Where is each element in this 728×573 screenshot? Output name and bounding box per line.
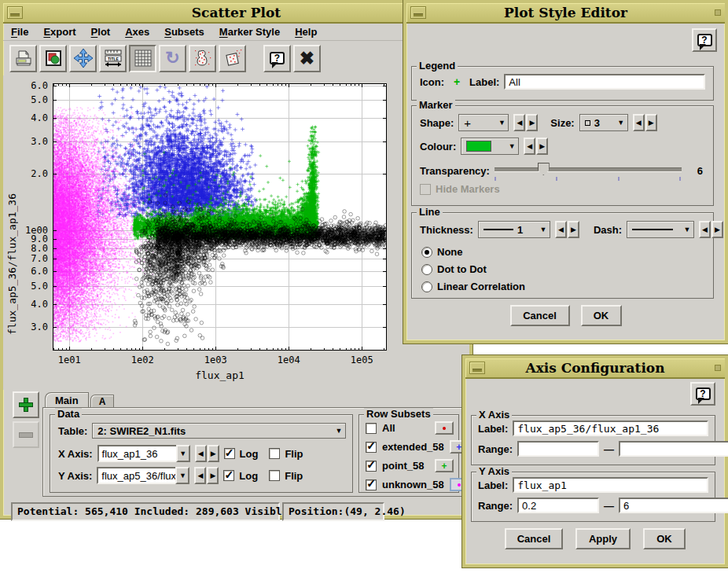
chevron-down-icon: ▼ [681,222,693,237]
shape-next-button[interactable]: ▶ [526,114,538,131]
grid-icon[interactable] [129,45,156,72]
region-subset-icon[interactable] [219,45,246,72]
hide-markers-checkbox[interactable] [420,184,431,195]
x-range-max-input[interactable] [619,441,728,457]
y-axis-column-combo[interactable]: flux_ap5_36/flux ▼ [97,467,189,484]
dash-next-button[interactable]: ▶ [711,221,723,238]
menu-marker-style[interactable]: Marker Style [219,26,280,38]
y-flip-checkbox[interactable] [269,470,280,481]
y-axis-column-value[interactable]: flux_ap5_36/flux [97,467,175,484]
range-dash: — [604,500,614,512]
x-range-min-input[interactable] [517,441,599,457]
subset-checkbox-unknown_58[interactable] [366,479,377,490]
dash-sample-icon [632,229,673,230]
subset-checkbox-extended_58[interactable] [366,442,377,453]
print-icon[interactable] [9,45,37,72]
shape-prev-button[interactable]: ◀ [513,114,525,131]
blob-subset-icon[interactable] [189,45,216,72]
x-flip-checkbox[interactable] [269,448,280,459]
scatter-plot-canvas[interactable] [53,83,387,351]
colour-prev-button[interactable]: ◀ [524,138,535,155]
tab-a[interactable]: A [90,395,115,407]
replot-icon[interactable]: ↻ [159,45,186,72]
style-editor-titlebar[interactable]: Plot Style Editor [406,3,725,24]
ok-button[interactable]: OK [643,528,686,549]
x-axis-field-label: X Axis: [58,448,93,460]
tab-main[interactable]: Main [45,392,89,407]
line-none-radio[interactable] [421,247,432,258]
size-prev-button[interactable]: ◀ [633,114,645,131]
shape-select[interactable]: + ▼ [458,114,509,131]
size-next-button[interactable]: ▶ [645,114,657,131]
y-log-checkbox[interactable] [223,470,234,481]
subset-style-button-all[interactable] [435,421,454,435]
thickness-select[interactable]: 1 ▼ [478,221,550,238]
y-axis-label-input[interactable] [513,477,708,493]
cancel-button[interactable]: Cancel [505,528,563,549]
chevron-down-icon[interactable]: ▼ [176,445,190,462]
minimize-button[interactable] [469,362,485,374]
x-tick-label: 1e03 [204,354,227,365]
help-button[interactable]: ? [692,28,717,52]
subset-checkbox-all[interactable] [366,423,377,434]
subset-style-button-point_58[interactable]: + [435,459,454,472]
data-group-title: Data [55,408,82,420]
marker-group: Marker Shape: + ▼ ◀ ▶ Size: 3 ▼ ◀ [411,105,714,206]
line-dot-to-dot-radio[interactable] [421,264,432,275]
thickness-next-button[interactable]: ▶ [568,221,579,238]
apply-button[interactable]: Apply [575,528,631,549]
x-axis-next-button[interactable]: ▶ [208,445,219,462]
close-icon[interactable]: ✖ [293,45,321,72]
add-style-tab-button[interactable] [13,391,39,418]
y-axis-next-button[interactable]: ▶ [207,467,219,484]
menu-help[interactable]: Help [295,26,317,38]
colour-select[interactable]: ▼ [461,138,519,155]
help-icon[interactable]: ? [263,45,291,72]
legend-group-title: Legend [417,60,458,72]
axis-title-icon[interactable]: TITLE [99,45,127,72]
subset-checkbox-point_58[interactable] [366,461,377,472]
menu-subsets[interactable]: Subsets [164,26,204,38]
y-axis-group: Y Axis Label: Range: — [471,472,715,522]
cancel-button[interactable]: Cancel [510,305,570,326]
line-linear-correlation-radio[interactable] [421,281,432,292]
x-axis-label-input[interactable] [513,421,708,436]
dash-prev-button[interactable]: ◀ [699,221,711,238]
y-range-max-input[interactable] [619,498,728,513]
minimize-button[interactable] [410,6,426,19]
menu-axes[interactable]: Axes [125,26,149,38]
chevron-down-icon: ▼ [615,115,627,130]
minus-icon [19,432,33,438]
table-select[interactable]: 2: SWIRE2_N1.fits ▼ [92,423,346,439]
y-axis-prev-button[interactable]: ◀ [194,467,206,484]
minimize-button[interactable] [7,6,23,19]
dash-select[interactable]: ▼ [627,221,694,238]
x-log-checkbox[interactable] [224,448,235,459]
legend-label-input[interactable] [504,74,705,90]
x-axis-column-combo[interactable]: flux_ap1_36 ▼ [97,445,190,462]
export-image-icon[interactable] [39,45,67,72]
ok-button[interactable]: OK [581,305,622,326]
colour-next-button[interactable]: ▶ [536,138,548,155]
x-axis-prev-button[interactable]: ◀ [195,445,207,462]
size-select[interactable]: 3 ▼ [579,114,628,131]
thickness-prev-button[interactable]: ◀ [555,221,567,238]
help-icon: ? [697,34,712,46]
transparency-slider[interactable] [495,161,682,180]
menu-file[interactable]: File [11,26,28,38]
help-button[interactable]: ? [690,382,715,406]
y-range-label: Range: [478,500,513,512]
x-label-label: Label: [478,423,508,435]
x-axis-column-value[interactable]: flux_ap1_36 [97,445,176,462]
rescale-arrows-icon[interactable] [69,45,97,72]
scatter-window-titlebar[interactable]: Scatter Plot [3,3,469,24]
y-range-min-input[interactable] [517,498,599,513]
menu-export[interactable]: Export [43,26,75,38]
axis-config-titlebar[interactable]: Axis Configuration [465,358,725,379]
remove-style-tab-button[interactable] [13,421,39,448]
y-tick-label: 8.0 [3,243,48,254]
chevron-down-icon[interactable]: ▼ [175,467,189,484]
slider-thumb[interactable] [538,163,550,175]
line-linear-correlation-label: Linear Correlation [437,281,525,292]
menu-plot[interactable]: Plot [91,26,111,38]
